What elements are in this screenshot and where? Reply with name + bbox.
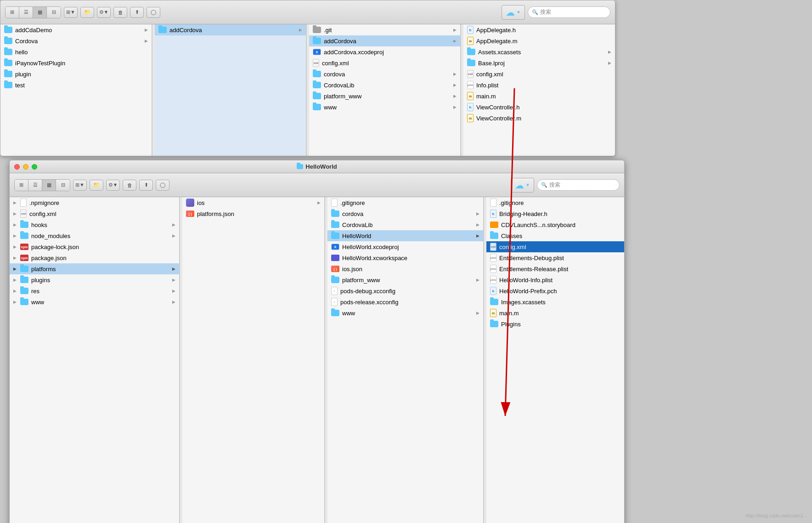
list-item[interactable]: addCordova ▶ <box>155 24 306 35</box>
list-item[interactable]: CDVLaunchS...n.storyboard <box>486 219 624 230</box>
list-item[interactable]: iPaynowTestPlugin <box>0 57 152 68</box>
list-item[interactable]: addCordova ▶ <box>309 35 460 46</box>
close-btn[interactable] <box>14 164 20 170</box>
cloud-sync-btn[interactable]: ☁ ▼ <box>511 178 534 193</box>
settings-btn[interactable]: ⚙▼ <box>106 180 120 191</box>
list-item[interactable]: plist Entitlements-Debug.plist <box>486 252 624 263</box>
list-item[interactable]: ▶ hooks ▶ <box>10 219 179 230</box>
top-search-box[interactable]: 🔍 搜索 <box>528 6 610 18</box>
list-item[interactable]: X HelloWorld.xcodeproj <box>327 241 483 252</box>
list-item[interactable]: ▶ www ▶ <box>10 296 179 307</box>
item-name: package-lock.json <box>31 244 175 250</box>
list-item[interactable]: { } ios.json <box>327 263 483 274</box>
list-item[interactable]: Images.xcassets ▶ <box>486 296 624 307</box>
view-options-btn[interactable]: ⊞▼ <box>64 7 78 18</box>
expand-arrow: ▶ <box>476 311 479 315</box>
item-name: Entitlements-Debug.plist <box>499 255 624 262</box>
list-item[interactable]: ▶ res ▶ <box>10 285 179 296</box>
list-item[interactable]: hello <box>0 46 152 57</box>
list-item[interactable]: h AppDelegate.h <box>463 24 615 35</box>
list-item[interactable]: xml config.xml <box>463 68 615 80</box>
list-item[interactable]: CordovaLib ▶ <box>309 80 460 91</box>
share-btn[interactable]: ⬆ <box>139 180 153 191</box>
list-item[interactable]: ▶ plugins ▶ <box>10 274 179 285</box>
list-item[interactable]: Plugins ▶ <box>486 318 624 330</box>
list-item[interactable]: Classes ▶ <box>486 230 624 241</box>
new-folder-btn[interactable]: 📁 <box>80 7 94 18</box>
list-item[interactable]: h Bridging-Header.h <box>486 208 624 219</box>
list-item[interactable]: m AppDelegate.m <box>463 35 615 46</box>
view-toggle-group[interactable]: ⊞ ☰ ▦ ⊟ <box>5 6 61 18</box>
share-btn[interactable]: ⬆ <box>130 7 144 18</box>
bottom-finder-window: HelloWorld ⊞ ☰ ▦ ⊟ ⊞▼ 📁 ⚙▼ 🗑 ⬆ ◯ ☁ ▼ 🔍 搜… <box>9 160 625 523</box>
settings-btn[interactable]: ⚙▼ <box>97 7 111 18</box>
list-item[interactable]: addCdaDemo ▶ <box>0 24 152 35</box>
grid-view-btn[interactable]: ⊞ <box>15 180 28 191</box>
gallery-view-btn[interactable]: ⊟ <box>47 7 61 18</box>
list-view-btn[interactable]: ☰ <box>19 7 33 18</box>
list-item[interactable]: xml config.xml <box>486 241 624 252</box>
gallery-view-btn[interactable]: ⊟ <box>56 180 70 191</box>
list-item[interactable]: ▶ platforms ▶ <box>10 263 179 274</box>
list-item[interactable]: ▶ .npmignore <box>10 197 179 208</box>
list-item[interactable]: plugin <box>0 68 152 80</box>
search-placeholder: 搜索 <box>549 181 560 189</box>
list-item[interactable]: i pods-debug.xcconfig <box>327 285 483 296</box>
list-item[interactable]: .gitignore <box>327 197 483 208</box>
folder-icon <box>490 299 498 305</box>
list-item[interactable]: ios ▶ <box>182 197 324 208</box>
list-item[interactable]: Cordova ▶ <box>0 35 152 46</box>
new-folder-btn[interactable]: 📁 <box>90 180 103 191</box>
expand-arrow: ▶ <box>145 39 148 43</box>
list-item[interactable]: plist HelloWorld-Info.plist <box>486 274 624 285</box>
list-item[interactable]: X addCordova.xcodeproj <box>309 46 460 57</box>
list-item[interactable]: www ▶ <box>309 102 460 113</box>
list-item[interactable]: Base.lproj ▶ <box>463 57 615 68</box>
column-view-btn[interactable]: ▦ <box>33 7 47 18</box>
list-item[interactable]: platform_www ▶ <box>309 91 460 102</box>
list-view-btn[interactable]: ☰ <box>28 180 42 191</box>
list-item[interactable]: platform_www ▶ <box>327 274 483 285</box>
folder-icon <box>331 233 339 239</box>
minimize-btn[interactable] <box>23 164 28 170</box>
list-item[interactable]: cordova ▶ <box>309 68 460 80</box>
list-item[interactable]: test <box>0 80 152 91</box>
list-item[interactable]: h ViewController.h <box>463 102 615 113</box>
delete-btn[interactable]: 🗑 <box>123 180 136 191</box>
view-options-btn[interactable]: ⊞▼ <box>73 180 87 191</box>
list-item[interactable]: ▶ node_modules ▶ <box>10 230 179 241</box>
list-item[interactable]: www ▶ <box>327 307 483 318</box>
list-item[interactable]: ▶ npm package.json <box>10 252 179 263</box>
list-item[interactable]: .gitignore <box>486 197 624 208</box>
watermark: http://blog.csdn.net/csdn1... <box>745 513 807 518</box>
list-item[interactable]: i pods-release.xcconfig <box>327 296 483 307</box>
item-name: .gitignore <box>340 199 479 206</box>
list-item[interactable]: .git ▶ <box>309 24 460 35</box>
tag-btn[interactable]: ◯ <box>156 180 169 191</box>
tag-btn[interactable]: ◯ <box>147 7 160 18</box>
delete-btn[interactable]: 🗑 <box>113 7 127 18</box>
list-item[interactable]: HelloWorld.xcworkspace <box>327 252 483 263</box>
list-item[interactable]: m main.m <box>486 307 624 318</box>
cloud-sync-btn[interactable]: ☁ ▼ <box>502 5 525 20</box>
list-item[interactable]: HelloWorld ▶ <box>327 230 483 241</box>
list-item[interactable]: Assets.xcassets ▶ <box>463 46 615 57</box>
list-item[interactable]: m ViewController.m <box>463 113 615 124</box>
expand-arrow: ▶ <box>476 233 479 238</box>
list-item[interactable]: plist Info.plist <box>463 80 615 91</box>
list-item[interactable]: xml config.xml <box>309 57 460 68</box>
list-item[interactable]: plist Entitlements-Release.plist <box>486 263 624 274</box>
grid-view-btn[interactable]: ⊞ <box>6 7 19 18</box>
list-item[interactable]: CordovaLib ▶ <box>327 219 483 230</box>
list-item[interactable]: m main.m <box>463 91 615 102</box>
view-toggle-group[interactable]: ⊞ ☰ ▦ ⊟ <box>14 179 70 191</box>
list-item[interactable]: { } platforms.json <box>182 208 324 219</box>
npm-icon: npm <box>20 244 28 250</box>
bottom-search-box[interactable]: 🔍 搜索 <box>537 179 620 191</box>
column-view-btn[interactable]: ▦ <box>42 180 56 191</box>
maximize-btn[interactable] <box>32 164 37 170</box>
list-item[interactable]: ▶ npm package-lock.json <box>10 241 179 252</box>
list-item[interactable]: cordova ▶ <box>327 208 483 219</box>
list-item[interactable]: h HelloWorld-Prefix.pch <box>486 285 624 296</box>
list-item[interactable]: ▶ xml config.xml <box>10 208 179 219</box>
